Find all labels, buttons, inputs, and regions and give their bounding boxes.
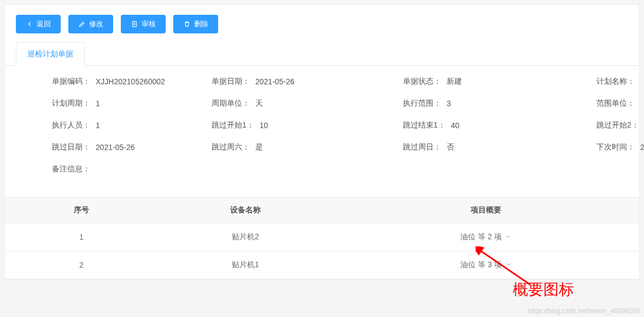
skip-sun-value: 否 <box>447 142 454 152</box>
cycle-unit-label: 周期单位： <box>212 99 250 108</box>
skip-date-label: 跳过日期： <box>52 142 90 152</box>
status-label: 单据状态： <box>403 77 441 87</box>
skip-date-value: 2021-05-26 <box>96 143 135 152</box>
header-seq: 序号 <box>5 198 158 223</box>
skip-sat-label: 跳过周六： <box>212 142 250 152</box>
arrow-left-icon <box>26 20 33 28</box>
summary-text: 油位 等 3 项 <box>460 260 501 270</box>
edit-label: 修改 <box>89 19 103 29</box>
cell-seq: 2 <box>5 251 158 279</box>
cell-summary[interactable]: 油位 等 3 项 <box>333 251 639 279</box>
trash-icon <box>183 20 191 28</box>
main-panel: 返回 修改 审核 删除 巡检计划单据 单据编码：XJJH202105260002… <box>4 4 640 280</box>
chevron-down-icon <box>505 261 512 269</box>
skip-start1-label: 跳过开始1： <box>212 120 254 130</box>
form-area: 单据编码：XJJH202105260002 单据日期：2021-05-26 单据… <box>5 66 639 197</box>
range-label: 执行范围： <box>403 99 441 108</box>
pencil-icon <box>78 20 86 28</box>
toolbar: 返回 修改 审核 删除 <box>5 5 639 42</box>
skip-end1-label: 跳过结束1： <box>403 120 446 130</box>
cell-seq: 1 <box>5 223 158 251</box>
table-row: 2 贴片机1 油位 等 3 项 <box>5 251 639 279</box>
summary-text: 油位 等 2 项 <box>460 232 501 242</box>
back-button[interactable]: 返回 <box>16 15 61 33</box>
skip-sun-label: 跳过周日： <box>403 142 441 152</box>
chevron-down-icon <box>505 233 512 241</box>
range-unit-label: 范围单位： <box>596 99 635 108</box>
staff-label: 执行人员： <box>52 120 90 130</box>
cell-device: 贴片机2 <box>158 223 333 251</box>
header-summary: 项目概要 <box>333 198 639 223</box>
cell-summary[interactable]: 油位 等 2 项 <box>333 223 639 251</box>
skip-end1-value: 40 <box>451 121 460 130</box>
clipboard-icon <box>131 20 138 28</box>
table-row: 1 贴片机2 油位 等 2 项 <box>5 223 639 251</box>
watermark: https://blog.csdn.net/weixin_46099269 <box>528 307 640 315</box>
audit-label: 审核 <box>142 19 156 29</box>
date-label: 单据日期： <box>212 77 250 87</box>
plan-name-label: 计划名称： <box>596 77 635 87</box>
delete-label: 删除 <box>194 19 208 29</box>
cycle-value: 1 <box>96 99 100 108</box>
skip-start2-label: 跳过开始2： <box>596 120 639 130</box>
remark-label: 备注信息： <box>52 164 90 174</box>
cycle-label: 计划周期： <box>52 99 90 108</box>
data-table: 序号 设备名称 项目概要 1 贴片机2 油位 等 2 项 <box>5 197 639 279</box>
next-time-label: 下次时间： <box>596 142 635 152</box>
staff-value: 1 <box>96 121 100 130</box>
range-value: 3 <box>447 99 451 108</box>
header-device: 设备名称 <box>158 198 333 223</box>
delete-button[interactable]: 删除 <box>173 15 218 33</box>
date-value: 2021-05-26 <box>255 77 295 86</box>
cell-device: 贴片机1 <box>158 251 333 279</box>
next-time-value: 2 <box>640 143 644 152</box>
skip-sat-value: 是 <box>255 142 263 152</box>
code-value: XJJH202105260002 <box>96 77 165 86</box>
tab-main[interactable]: 巡检计划单据 <box>16 42 85 66</box>
tabs: 巡检计划单据 <box>5 42 639 66</box>
skip-start1-value: 10 <box>260 121 268 130</box>
status-value: 新建 <box>447 77 462 87</box>
cycle-unit-value: 天 <box>255 99 263 108</box>
annotation-text: 概要图标 <box>513 279 574 300</box>
code-label: 单据编码： <box>52 77 90 87</box>
back-label: 返回 <box>37 19 51 29</box>
audit-button[interactable]: 审核 <box>121 15 166 33</box>
edit-button[interactable]: 修改 <box>68 15 113 33</box>
